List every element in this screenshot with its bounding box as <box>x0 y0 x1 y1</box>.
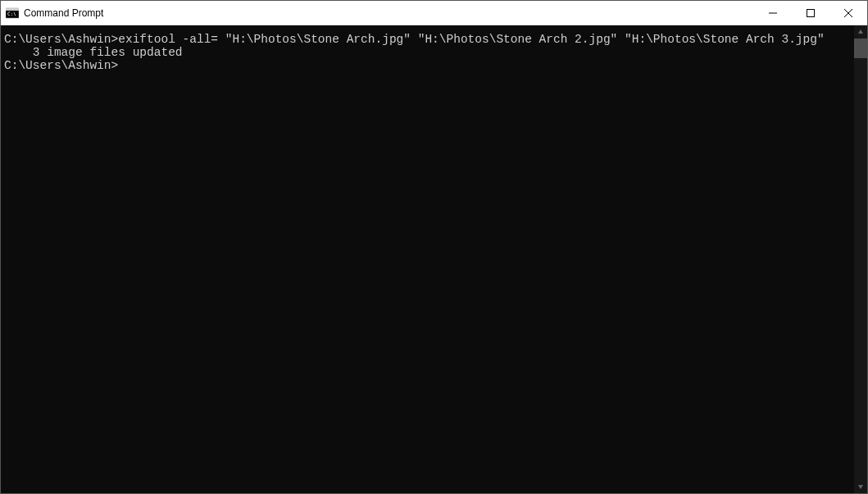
scroll-down-button[interactable] <box>854 480 867 493</box>
svg-marker-8 <box>858 485 863 489</box>
title-bar: C:\ Command Prompt <box>1 1 867 25</box>
window-title: Command Prompt <box>24 7 103 19</box>
prompt-line: C:\Users\Ashwin> <box>4 60 851 73</box>
svg-marker-7 <box>858 29 863 34</box>
output-line: C:\Users\Ashwin>exiftool -all= "H:\Photo… <box>4 34 851 47</box>
svg-rect-4 <box>807 9 815 16</box>
output-line: 3 image files updated <box>4 47 851 60</box>
maximize-button[interactable] <box>792 1 829 25</box>
terminal-output[interactable]: C:\Users\Ashwin>exiftool -all= "H:\Photo… <box>1 25 854 493</box>
window-controls <box>754 1 867 25</box>
svg-text:C:\: C:\ <box>7 11 16 16</box>
vertical-scrollbar[interactable] <box>854 25 867 493</box>
title-bar-left: C:\ Command Prompt <box>1 7 754 20</box>
command-prompt-window: C:\ Command Prompt C:\Users\Ashwin>exift… <box>0 0 868 494</box>
scroll-track[interactable] <box>854 39 867 480</box>
cmd-icon: C:\ <box>6 7 19 20</box>
minimize-button[interactable] <box>754 1 792 25</box>
scroll-thumb[interactable] <box>854 39 867 58</box>
terminal-area: C:\Users\Ashwin>exiftool -all= "H:\Photo… <box>1 25 867 493</box>
scroll-up-button[interactable] <box>854 25 867 39</box>
close-button[interactable] <box>829 1 867 25</box>
